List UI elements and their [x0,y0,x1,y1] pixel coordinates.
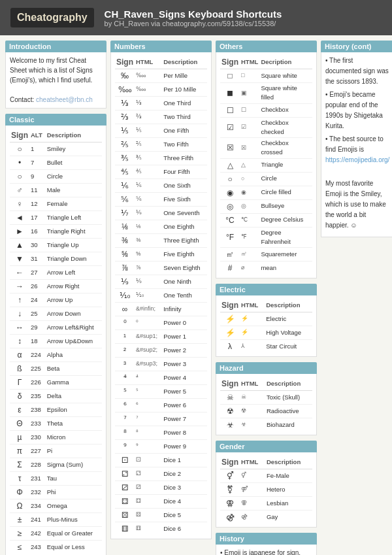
table-row: ⁷⁷Power 7 [115,412,207,426]
sign-cell: ⅐ [115,207,135,220]
sign-cell: ⚡ [220,312,240,326]
alt-cell: 227 [29,445,46,458]
cheat-sheet-subtitle: by CH_Raven via cheatography.com/59138/c… [105,20,282,27]
history-cont-body: • The first documented sign was the scis… [321,52,392,237]
hazard-body: Sign HTML Description ☠☠Toxic (Skull)☢☢R… [216,374,317,435]
alt-cell: 26 [29,280,46,294]
desc-cell: Tau [46,472,102,486]
alt-cell: 12 [29,197,46,211]
table-row: ↔29Arrow Left&Right [10,321,102,335]
history-bullet1: • Emoji is japanese for sign. [220,548,312,555]
sign-cell: ⚄ [115,509,135,522]
html-cell: ⅑ [135,207,162,220]
gender-section: Gender Sign HTML Description ⚥⚥Fe-Male⚧⚤… [216,441,317,528]
table-row: ⅓⅓One Third [115,97,207,110]
sign-cell: ⚀ [115,454,135,467]
table-row: ‰‱Per Mille [115,69,207,83]
gender-table: Sign HTML Description ⚥⚥Fe-Male⚧⚤Hetero⚢… [220,456,312,524]
electric-th-desc: Description [265,299,312,312]
desc-cell: Seven Eighth [162,261,207,275]
table-row: ⚡⚡Electric [220,312,312,326]
html-cell: ⅒ [135,289,162,303]
desc-cell: Dice 4 [162,495,207,509]
sign-cell: °F [220,227,240,248]
table-row: Ω234Omega [10,499,102,513]
desc-cell: Three Eighth [162,234,207,248]
desc-cell: Square white [259,69,312,83]
table-row: °C℃Degree Celsius [220,213,312,227]
html-cell: ☣ [240,418,265,432]
html-cell: ⅑ [135,275,162,289]
desc-cell: Power 3 [162,358,207,371]
desc-cell: Two Third [162,110,207,124]
desc-cell: Gay [265,511,312,524]
html-cell: ⚂ [135,481,162,495]
sign-cell: ◎ [220,199,240,213]
table-row: ☢☢Radioactive [220,405,312,418]
html-cell: ⚡ [240,326,265,340]
desc-cell: Four Fifth [162,165,207,179]
table-row: ⁸⁸Power 8 [115,426,207,440]
html-cell: □ [240,69,259,83]
html-cell: ⌀ [240,261,259,275]
sign-cell: ⁷ [115,412,135,426]
html-cell: ⚄ [135,509,162,522]
table-row: ∞&#infin;Infinity [115,303,207,316]
table-row: ⚃⚃Dice 4 [115,495,207,509]
gender-th-html: HTML [240,456,265,469]
desc-cell: Power 0 [162,316,207,330]
desc-cell: Theta [46,417,102,431]
table-row: ►16Triangle Right [10,225,102,239]
table-row: ²&#sup2;Power 2 [115,344,207,358]
desc-cell: Dice 1 [162,454,207,467]
desc-cell: Pi [46,445,102,458]
desc-cell: High Voltage [265,326,312,340]
alt-cell: 242 [29,527,46,541]
sign-cell: ☑ [220,117,240,138]
sign-cell: Φ [10,486,29,499]
gender-body: Sign HTML Description ⚥⚥Fe-Male⚧⚤Hetero⚢… [216,452,317,528]
desc-cell: Two Fifth [162,138,207,152]
desc-cell: Square white filled [259,83,312,104]
desc-cell: Hetero [265,483,312,497]
table-row: ⚀⚀Dice 1 [115,454,207,467]
table-row: ◎◎Bullseye [220,199,312,213]
emojipedia-link[interactable]: https://emojipedia.org/ [325,156,389,163]
alt-cell: 228 [29,458,46,472]
sign-cell: ⚁ [115,467,135,481]
html-cell: ⅄ [240,340,265,354]
html-cell: ⁷ [135,412,162,426]
desc-cell: Epsilon [46,403,102,417]
desc-cell: Checkbox [259,103,312,117]
table-row: ≤243Equal or Less [10,541,102,554]
alt-cell: 29 [29,321,46,335]
desc-cell: Radioactive [265,405,312,418]
alt-cell: 225 [29,362,46,376]
sign-cell: ⚡ [220,326,240,340]
alt-cell: 16 [29,225,46,239]
html-cell: ⚅ [135,522,162,536]
sign-cell: ⅚ [115,193,135,207]
sign-cell: ⅜ [115,234,135,248]
numbers-body: Sign HTML Description ‰‱Per Mille‱‱Per 1… [110,52,212,539]
html-cell: ☠ [240,391,265,405]
sign-cell: ‰ [115,69,135,83]
others-body: Sign HTML Decription □□Square white◼▣Squ… [216,52,317,278]
desc-cell: Bullet [46,156,102,170]
table-row: #⌀mean [220,261,312,275]
sign-cell: ◉ [220,186,240,199]
intro-body: Welcome to my first Cheat Sheet which is… [5,52,106,109]
table-row: ⅖⅖Two Fifth [115,138,207,152]
sign-cell: ⚃ [115,495,135,509]
intro-section: Introduction Welcome to my first Cheat S… [5,41,106,109]
alt-cell: 243 [29,541,46,554]
html-cell: ⁵ [135,385,162,399]
html-cell: ⚀ [135,454,162,467]
header-info: CH_Raven_Signs Keyboard Shortcuts by CH_… [105,8,282,27]
table-row: ¹&#sup1;Power 1 [115,330,207,344]
html-cell: ⅚ [135,193,162,207]
html-cell: ⅜ [135,234,162,248]
sign-cell: △ [220,158,240,172]
table-row: ←27Arrow Left [10,266,102,280]
sign-cell: ⅖ [115,138,135,152]
